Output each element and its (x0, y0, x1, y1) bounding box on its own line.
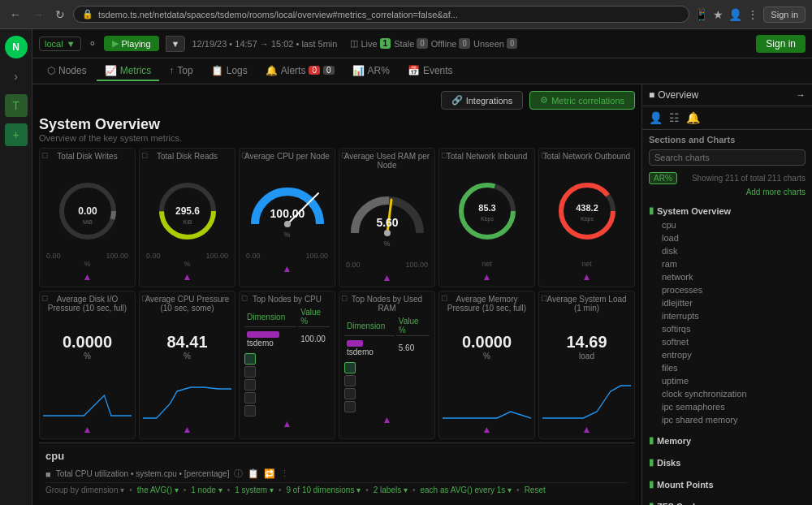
menu-icon[interactable]: ⋮ (747, 8, 758, 21)
nav-item-ram[interactable]: ram (649, 257, 806, 270)
search-input[interactable] (649, 149, 806, 166)
chart-expand-arrow[interactable]: ▲ (443, 271, 531, 283)
nav-item-network[interactable]: network (649, 270, 806, 283)
profile-icon[interactable]: 👤 (728, 8, 742, 21)
chart-expand-arrow[interactable]: ▲ (143, 424, 231, 435)
system-overview-section[interactable]: ▮ System Overview (649, 203, 806, 218)
chart-expand-arrow[interactable]: ▲ (343, 414, 431, 425)
back-button[interactable]: ← (6, 6, 24, 23)
info-icon[interactable]: ⓘ (234, 468, 243, 480)
expand-icon[interactable]: ◻ (441, 293, 447, 302)
tab-events[interactable]: 📅 Events (400, 62, 461, 81)
integrations-button[interactable]: 🔗 Integrations (441, 91, 523, 110)
chart-expand-arrow[interactable]: ▲ (143, 271, 231, 283)
sidebar-plus-icon[interactable]: + (5, 123, 28, 146)
labels-selector[interactable]: 2 labels ▾ (374, 486, 408, 494)
chart-disk-pressure[interactable]: ◻ Average Disk I/O Pressure (10 sec, ful… (39, 291, 136, 439)
tab-metrics[interactable]: 📈 Metrics (97, 62, 160, 81)
nav-item-cpu[interactable]: cpu (649, 218, 806, 231)
expand-icon[interactable]: ◻ (441, 150, 447, 159)
metric-correlations-button[interactable]: ⚙ Metric correlations (529, 91, 635, 110)
nav-item-ipc-shm[interactable]: ipc shared memory (649, 413, 806, 426)
sign-in-button[interactable]: Sign in (756, 35, 806, 53)
ar-badge[interactable]: AR% (649, 172, 677, 184)
chart-expand-arrow[interactable]: ▲ (43, 424, 132, 435)
nav-item-files[interactable]: files (649, 361, 806, 374)
play-dropdown[interactable]: ▼ (166, 36, 186, 52)
chart-system-load[interactable]: ◻ Average System Load (1 min) 14.69 load… (538, 291, 635, 439)
nav-item-load[interactable]: load (649, 231, 806, 244)
chart-expand-arrow[interactable]: ▲ (243, 263, 331, 274)
reset-button[interactable]: Reset (525, 486, 546, 494)
tab-logs[interactable]: 📋 Logs (203, 62, 256, 81)
disks-section[interactable]: ▮ Disks (649, 455, 806, 470)
nav-item-softnet[interactable]: softnet (649, 335, 806, 348)
chart-ram-per-node[interactable]: ◻ Average Used RAM per Node 5.60 (339, 148, 435, 287)
nav-item-entropy[interactable]: entropy (649, 348, 806, 361)
tab-alerts[interactable]: 🔔 Alerts 0 0 (257, 62, 343, 81)
nav-item-idlejitter[interactable]: idlejitter (649, 296, 806, 309)
chart-top-nodes-cpu[interactable]: ◻ Top Nodes by CPU Dimension Value % (239, 291, 335, 439)
avg-selector[interactable]: the AVG() ▾ (137, 486, 179, 494)
copy-icon[interactable]: 📋 (248, 468, 259, 479)
nav-item-uptime[interactable]: uptime (649, 374, 806, 387)
alarm-icon[interactable]: ⚬ (88, 37, 97, 50)
share-icon[interactable]: 🔁 (264, 468, 275, 479)
address-bar[interactable]: 🔒 tsdemo.ts.net/netdata/spaces/tsdemo/ro… (73, 6, 689, 23)
expand-icon[interactable]: ◻ (41, 150, 48, 159)
more-icon[interactable]: ⋮ (280, 468, 289, 479)
expand-icon[interactable]: ◻ (41, 293, 48, 302)
expand-icon[interactable]: ◻ (541, 150, 547, 159)
chart-expand-arrow[interactable]: ▲ (343, 272, 431, 283)
bookmark-star-icon[interactable]: ★ (713, 8, 723, 21)
chart-net-outbound[interactable]: ◻ Total Network Outbound 438.2 Kbps net (538, 148, 635, 287)
expand-icon[interactable]: ◻ (341, 293, 348, 302)
nav-item-processes[interactable]: processes (649, 283, 806, 296)
chart-mem-pressure[interactable]: ◻ Average Memory Pressure (10 sec, full)… (438, 291, 535, 439)
logo[interactable]: N (5, 36, 28, 58)
tab-nodes[interactable]: ⬡ Nodes (39, 62, 95, 81)
bell-icon[interactable]: 🔔 (686, 111, 700, 124)
nav-item-interrupts[interactable]: interrupts (649, 309, 806, 322)
chart-expand-arrow[interactable]: ▲ (443, 424, 531, 435)
nav-item-disk[interactable]: disk (649, 244, 806, 257)
chart-disk-reads[interactable]: ◻ Total Disk Reads 295.6 KiB 0.00100.00 (139, 148, 235, 287)
system-selector[interactable]: 1 system ▾ (235, 486, 274, 494)
chart-expand-arrow[interactable]: ▲ (243, 418, 331, 429)
sidebar-home-icon[interactable]: T (5, 94, 28, 117)
chart-expand-arrow[interactable]: ▲ (542, 424, 631, 435)
play-button[interactable]: ▶ Playing (104, 36, 159, 51)
chart-expand-arrow[interactable]: ▲ (542, 271, 631, 283)
chart-cpu-per-node[interactable]: ◻ Average CPU per Node 10 (239, 148, 335, 287)
filter-icon[interactable]: ☷ (669, 111, 680, 124)
chart-disk-writes[interactable]: ◻ Total Disk Writes 0.00 MiB 0.00100.00 (39, 148, 136, 287)
nav-item-softirqs[interactable]: softirqs (649, 322, 806, 335)
expand-icon[interactable]: ◻ (241, 150, 248, 159)
chart-cpu-pressure[interactable]: ◻ Average CPU Pressure (10 sec, some) 84… (139, 291, 235, 439)
each-selector[interactable]: each as AVG() every 1s ▾ (420, 486, 512, 494)
reload-button[interactable]: ↻ (52, 6, 68, 23)
collapse-icon[interactable]: → (796, 89, 806, 101)
add-more-link[interactable]: Add more charts (642, 188, 812, 196)
dims-selector[interactable]: 9 of 10 dimensions ▾ (286, 486, 361, 494)
forward-button[interactable]: → (29, 6, 47, 23)
nav-item-ipc-sem[interactable]: ipc semaphores (649, 400, 806, 413)
tab-top[interactable]: ↑ Top (161, 62, 201, 81)
chart-top-nodes-ram[interactable]: ◻ Top Nodes by Used RAM Dimension Value … (339, 291, 435, 439)
zfs-section[interactable]: ▮ ZFS Cache (649, 499, 806, 505)
nav-item-clock-sync[interactable]: clock synchronization (649, 387, 806, 400)
mounts-section[interactable]: ▮ Mount Points (649, 477, 806, 492)
expand-icon[interactable]: ◻ (141, 150, 148, 159)
incognito-button[interactable]: Sign in (763, 6, 806, 23)
expand-icon[interactable]: ◻ (241, 293, 248, 302)
sidebar-nav-icon[interactable]: › (5, 65, 28, 88)
expand-icon[interactable]: ◻ (141, 293, 148, 302)
tab-ar[interactable]: 📊 AR% (344, 62, 398, 81)
expand-icon[interactable]: ◻ (541, 293, 547, 302)
person-icon[interactable]: 👤 (649, 111, 663, 124)
chart-expand-arrow[interactable]: ▲ (43, 271, 132, 283)
expand-icon[interactable]: ◻ (341, 150, 348, 159)
chart-net-inbound[interactable]: ◻ Total Network Inbound 85.3 Kbps net (438, 148, 535, 287)
memory-section[interactable]: ▮ Memory (649, 433, 806, 448)
node-selector[interactable]: 1 node ▾ (191, 486, 222, 494)
